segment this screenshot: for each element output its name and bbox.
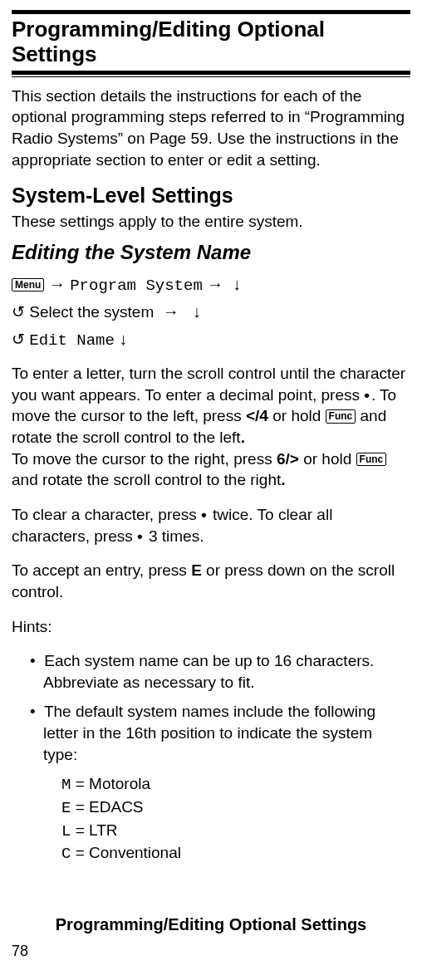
text: To clear a character, press: [12, 506, 201, 523]
type-code: C: [61, 845, 71, 863]
greater-than-icon: >: [290, 450, 299, 468]
page-number: 78: [12, 943, 410, 960]
text: Each system name can be up to 16 charact…: [43, 652, 374, 691]
nav-item: Select the system: [29, 303, 154, 321]
down-arrow-icon: ↓: [119, 330, 127, 348]
dot-icon: •: [201, 506, 209, 523]
page-title: Programming/Editing Optional Settings: [12, 10, 410, 75]
right-arrow-icon: →: [49, 275, 71, 293]
dot-icon: •: [137, 527, 145, 545]
type-label: = Conventional: [71, 844, 181, 861]
type-code: E: [61, 799, 71, 817]
nav-item: Program System: [70, 277, 203, 295]
text: or hold: [268, 407, 326, 424]
text: /4: [255, 407, 268, 424]
instruction-paragraph: To accept an entry, press E or press dow…: [12, 560, 410, 602]
nav-sequence: Menu → Program System → ↓ ↺ Select the s…: [12, 271, 410, 353]
right-arrow-icon: →: [207, 275, 228, 293]
subsection-heading: Editing the System Name: [12, 241, 410, 264]
less-than-icon: <: [246, 407, 255, 424]
type-code: L: [61, 822, 71, 840]
key-label: E: [191, 561, 202, 579]
text: and rotate the scroll control to the rig…: [12, 471, 281, 488]
type-label: = Motorola: [71, 775, 150, 792]
instruction-paragraph: To enter a letter, turn the scroll contr…: [12, 363, 410, 491]
rule: [12, 76, 410, 77]
intro-paragraph: This section details the instructions fo…: [12, 86, 410, 171]
text: or hold: [299, 450, 356, 468]
document-page: Programming/Editing Optional Settings Th…: [0, 0, 422, 968]
text: The default system names include the fol…: [43, 703, 375, 762]
text: 6/: [277, 450, 290, 468]
right-arrow-icon: →: [163, 302, 179, 321]
rotate-icon: ↺: [12, 331, 25, 348]
type-list: M = Motorola E = EDACS L = LTR C = Conve…: [12, 773, 410, 865]
down-arrow-icon: ↓: [233, 275, 241, 293]
func-key-icon: Func: [326, 409, 356, 423]
rotate-icon: ↺: [12, 303, 25, 321]
list-item: • Each system name can be up to 16 chara…: [12, 650, 410, 693]
text: To accept an entry, press: [12, 561, 191, 579]
dot-icon: •: [364, 386, 371, 404]
type-label: = EDACS: [71, 798, 143, 816]
func-key-icon: Func: [356, 453, 387, 466]
list-item: • The default system names include the f…: [12, 701, 410, 765]
text: To move the cursor to the right, press: [12, 450, 277, 468]
menu-key-icon: Menu: [12, 278, 44, 292]
footer-title: Programming/Editing Optional Settings: [12, 915, 410, 934]
section-subtext: These settings apply to the entire syste…: [12, 211, 410, 233]
section-heading: System-Level Settings: [12, 184, 410, 208]
hints-label: Hints:: [12, 616, 410, 638]
type-code: M: [61, 776, 71, 794]
down-arrow-icon: ↓: [193, 302, 201, 321]
nav-item: Edit Name: [29, 331, 115, 350]
text: 3 times.: [145, 527, 204, 545]
text: To enter a letter, turn the scroll contr…: [12, 365, 405, 404]
type-label: = LTR: [71, 821, 117, 839]
instruction-paragraph: To clear a character, press • twice. To …: [12, 504, 410, 546]
